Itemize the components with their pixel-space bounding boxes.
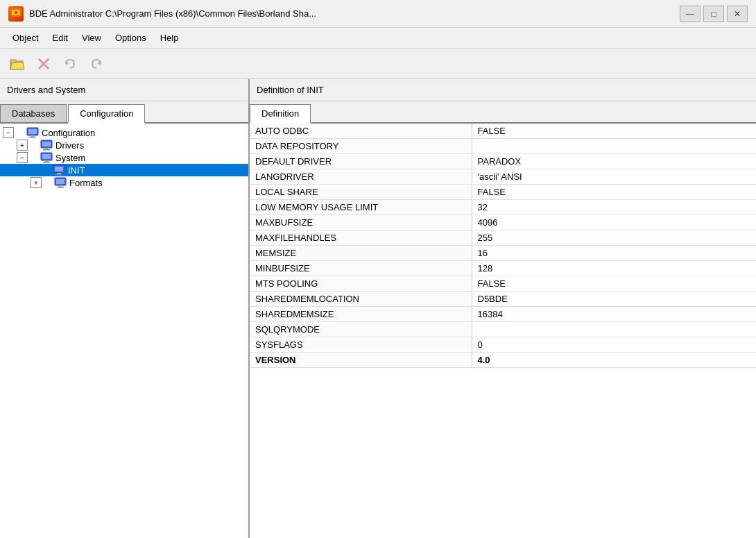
table-row[interactable]: MINBUFSIZE 128 (250, 261, 756, 276)
property-name: SQLQRYMODE (250, 322, 472, 337)
table-row[interactable]: SHAREDMEMLOCATION D5BDE (250, 292, 756, 307)
property-value[interactable]: FALSE (472, 185, 756, 200)
svg-rect-17 (43, 149, 50, 151)
property-name: MTS POOLING (250, 276, 472, 292)
table-row[interactable]: VERSION 4.0 (250, 353, 756, 368)
property-name: DATA REPOSITORY (250, 139, 472, 154)
tab-databases[interactable]: Databases (0, 104, 67, 122)
table-row[interactable]: MAXFILEHANDLES 255 (250, 230, 756, 246)
property-value[interactable]: 32 (472, 200, 756, 215)
table-row[interactable]: LOW MEMORY USAGE LIMIT 32 (250, 200, 756, 215)
close-button[interactable]: ✕ (727, 6, 748, 22)
table-row[interactable]: LOCAL SHARE FALSE (250, 185, 756, 200)
svg-rect-19 (42, 154, 51, 159)
maximize-button[interactable]: □ (703, 6, 724, 22)
tree-item-configuration[interactable]: − Configuration (0, 126, 248, 139)
menu-bar: Object Edit View Options Help (0, 28, 756, 49)
tree-item-system[interactable]: − System (0, 151, 248, 164)
menu-help[interactable]: Help (153, 30, 186, 46)
table-row[interactable]: SQLQRYMODE (250, 322, 756, 337)
open-button[interactable] (6, 53, 29, 75)
property-name: MAXFILEHANDLES (250, 230, 472, 246)
tab-definition[interactable]: Definition (250, 104, 311, 124)
computer-icon (26, 127, 39, 138)
property-value[interactable]: 4.0 (472, 353, 756, 368)
menu-view[interactable]: View (75, 30, 108, 46)
window-title: BDE Administrator C:\Program Files (x86)… (29, 8, 316, 19)
tree-toggle-drivers[interactable]: + (17, 140, 28, 151)
property-value[interactable]: 4096 (472, 215, 756, 230)
table-row[interactable]: AUTO ODBC FALSE (250, 124, 756, 139)
property-name: DEFAULT DRIVER (250, 154, 472, 169)
property-name: LOW MEMORY USAGE LIMIT (250, 200, 472, 215)
svg-rect-20 (44, 160, 49, 162)
table-row[interactable]: SYSFLAGS 0 (250, 337, 756, 353)
property-value[interactable]: D5BDE (472, 292, 756, 307)
undo-button (58, 53, 82, 75)
svg-rect-28 (58, 185, 62, 187)
toolbar (0, 49, 756, 79)
svg-marker-8 (66, 61, 69, 65)
table-row[interactable]: MAXBUFSIZE 4096 (250, 215, 756, 230)
property-name: LOCAL SHARE (250, 185, 472, 200)
table-row[interactable]: MTS POOLING FALSE (250, 276, 756, 292)
tree-label-configuration: Configuration (42, 128, 95, 138)
tab-configuration[interactable]: Configuration (68, 104, 145, 124)
property-value[interactable]: FALSE (472, 124, 756, 139)
title-bar: BDE Administrator C:\Program Files (x86)… (0, 0, 756, 28)
main-area: Drivers and System Databases Configurati… (0, 79, 756, 538)
definition-table: AUTO ODBC FALSE DATA REPOSITORY DEFAULT … (250, 124, 756, 538)
tree-item-formats[interactable]: + Formats (0, 176, 248, 189)
tree-item-drivers[interactable]: + Drivers (0, 139, 248, 151)
property-name: VERSION (250, 353, 472, 368)
table-row[interactable]: MEMSIZE 16 (250, 246, 756, 261)
tree-label-system: System (55, 153, 85, 163)
property-name: SHAREDMEMLOCATION (250, 292, 472, 307)
redo-button (85, 53, 108, 75)
table-row[interactable]: LANGDRIVER 'ascii' ANSI (250, 169, 756, 185)
svg-rect-25 (55, 174, 62, 176)
minimize-button[interactable]: — (680, 6, 701, 22)
table-row[interactable]: DATA REPOSITORY (250, 139, 756, 154)
property-value[interactable]: 16384 (472, 307, 756, 322)
svg-rect-13 (29, 137, 36, 138)
delete-button (32, 53, 55, 75)
menu-edit[interactable]: Edit (46, 30, 75, 46)
svg-rect-11 (28, 129, 37, 134)
property-name: MEMSIZE (250, 246, 472, 261)
property-value[interactable] (472, 139, 756, 154)
svg-rect-4 (10, 60, 16, 62)
left-tabs: Databases Configuration (0, 101, 248, 124)
table-row[interactable]: SHAREDMEMSIZE 16384 (250, 307, 756, 322)
property-name: SHAREDMEMSIZE (250, 307, 472, 322)
svg-rect-23 (55, 167, 63, 171)
computer-icon-init (53, 165, 65, 176)
table-row[interactable]: DEFAULT DRIVER PARADOX (250, 154, 756, 169)
svg-rect-27 (56, 179, 65, 184)
computer-icon-drivers (40, 140, 53, 151)
property-value[interactable]: 16 (472, 246, 756, 261)
menu-options[interactable]: Options (108, 30, 153, 46)
tree-toggle-system[interactable]: − (17, 152, 28, 163)
tree-label-init: INIT (68, 165, 85, 176)
tree-label-drivers: Drivers (55, 140, 84, 151)
property-value[interactable]: 255 (472, 230, 756, 246)
tree-toggle-configuration[interactable]: − (3, 127, 14, 138)
svg-rect-29 (57, 187, 64, 188)
menu-object[interactable]: Object (6, 30, 46, 46)
property-value[interactable]: 'ascii' ANSI (472, 169, 756, 185)
tree-item-init[interactable]: INIT (0, 164, 248, 176)
property-value[interactable]: FALSE (472, 276, 756, 292)
tree-container[interactable]: − Configuration + (0, 124, 248, 538)
app-icon (8, 6, 24, 22)
property-value[interactable] (472, 322, 756, 337)
property-name: SYSFLAGS (250, 337, 472, 353)
svg-point-2 (15, 11, 17, 14)
left-panel-header: Drivers and System (0, 79, 248, 101)
tree-toggle-formats[interactable]: + (31, 177, 42, 188)
property-value[interactable]: PARADOX (472, 154, 756, 169)
property-value[interactable]: 128 (472, 261, 756, 276)
svg-rect-12 (31, 135, 35, 137)
property-value[interactable]: 0 (472, 337, 756, 353)
properties-table: AUTO ODBC FALSE DATA REPOSITORY DEFAULT … (250, 124, 756, 368)
